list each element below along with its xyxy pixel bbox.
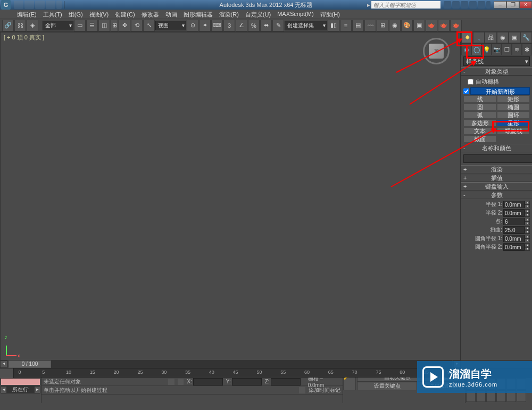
object-name-input[interactable] (463, 154, 532, 163)
sub-systems[interactable]: ✱ (522, 44, 532, 55)
ic-btn[interactable] (452, 1, 460, 9)
menu-grapheditor[interactable]: 图形编辑器 (180, 10, 216, 19)
ic-btn[interactable] (469, 1, 477, 9)
coord-x[interactable] (193, 378, 223, 386)
rollout-params[interactable]: -参数 (461, 191, 532, 199)
mirror-icon[interactable]: ▮▯ (328, 20, 339, 31)
btn-rect[interactable]: 矩形 (497, 95, 530, 103)
render-icon[interactable]: 🫖 (426, 20, 437, 31)
btn-ellipse[interactable]: 椭圆 (497, 103, 530, 111)
layers-icon[interactable]: ▤ (352, 20, 364, 31)
script-listener[interactable] (1, 378, 40, 386)
menu-help[interactable]: 帮助(H) (317, 10, 343, 19)
spinner-snap-icon[interactable]: ⬌ (260, 20, 272, 31)
window-crossing-icon[interactable]: ⊞ (111, 20, 118, 31)
rotate-icon[interactable]: ⟲ (131, 20, 143, 31)
sub-lights[interactable]: 💡 (481, 44, 492, 55)
menu-edit[interactable]: 编辑(E) (14, 10, 40, 19)
menu-anim[interactable]: 动画 (162, 10, 180, 19)
ic-btn[interactable] (461, 1, 468, 9)
sub-space[interactable]: ≋ (512, 44, 522, 55)
qat-btn[interactable] (35, 1, 45, 9)
render-setup-icon[interactable]: 🎨 (401, 20, 413, 31)
render-prod-icon[interactable]: 🫖 (438, 20, 450, 31)
app-logo[interactable]: G (1, 0, 11, 10)
fillet1-input[interactable] (503, 235, 525, 242)
btn-star[interactable]: 星形 (497, 119, 530, 127)
radius1-input[interactable] (503, 201, 525, 208)
qat-btn[interactable] (46, 1, 55, 9)
rollout-kbd[interactable]: +键盘输入 (461, 182, 532, 191)
btn-section[interactable]: 截面 (463, 135, 496, 143)
sub-cameras[interactable]: 📷 (492, 44, 502, 55)
btn-helix[interactable]: 螺旋线 (497, 127, 530, 135)
category-dropdown[interactable]: 样条线 (463, 56, 530, 66)
rollout-object-type[interactable]: -对象类型 (461, 67, 532, 76)
render-frame-icon[interactable]: ▣ (413, 20, 425, 31)
select-icon[interactable]: ▭ (74, 20, 86, 31)
ic-btn[interactable] (478, 1, 485, 9)
ts-track[interactable]: 0 / 100 (9, 360, 452, 368)
menu-modifiers[interactable]: 修改器 (138, 10, 162, 19)
tab-hierarchy[interactable]: 品 (485, 32, 496, 43)
asnap-icon[interactable]: ∠ (236, 20, 247, 31)
ic-btn[interactable] (444, 1, 451, 9)
manip-icon[interactable]: ✦ (199, 20, 211, 31)
sub-geometry[interactable]: ◉ (461, 44, 471, 55)
ts-thumb[interactable]: 0 / 100 (9, 360, 51, 368)
menu-create[interactable]: 创建(C) (112, 10, 138, 19)
minimize-button[interactable]: – (494, 1, 506, 9)
bind-icon[interactable]: ◈ (27, 20, 38, 31)
menu-render[interactable]: 渲染(R) (216, 10, 242, 19)
ts-prev[interactable]: ◂ (0, 360, 7, 368)
menu-customize[interactable]: 自定义(U) (242, 10, 274, 19)
abs-icon[interactable] (178, 379, 184, 385)
menu-maxscript[interactable]: MAXScript(M) (274, 10, 317, 19)
link-icon[interactable]: 🔗 (2, 20, 14, 31)
lock-icon[interactable] (168, 379, 174, 385)
pivot-icon[interactable]: ⊙ (187, 20, 198, 31)
move-icon[interactable]: ✥ (119, 20, 130, 31)
qat-btn[interactable] (24, 1, 34, 9)
close-button[interactable]: × (519, 1, 532, 9)
tab-utilities[interactable]: 🔧 (520, 32, 532, 43)
align-icon[interactable]: ≡ (340, 20, 352, 31)
tab-modify[interactable]: ◟ (473, 32, 485, 43)
qat-btn[interactable] (56, 1, 62, 9)
tab-create[interactable]: ✸ (461, 32, 473, 43)
qat-btn[interactable] (14, 1, 23, 9)
selection-filter[interactable]: 全部 (43, 21, 73, 30)
maximize-button[interactable]: ❐ (506, 1, 519, 9)
startnew-checkbox[interactable] (463, 88, 469, 94)
snap-icon[interactable]: 3 (223, 20, 235, 31)
curve-icon[interactable]: 〰 (364, 20, 376, 31)
radius2-input[interactable] (503, 209, 525, 217)
btn-text[interactable]: 文本 (463, 127, 496, 135)
unlink-icon[interactable]: ⛓ (14, 20, 26, 31)
btn-line[interactable]: 线 (463, 95, 496, 103)
rollout-interp[interactable]: +插值 (461, 174, 532, 182)
tab-display[interactable]: ▣ (509, 32, 520, 43)
coord-y[interactable] (232, 378, 262, 386)
menu-tools[interactable]: 工具(T) (40, 10, 65, 19)
material-icon[interactable]: ◉ (389, 20, 401, 31)
points-input[interactable] (503, 218, 525, 225)
start-new-shape-button[interactable]: 开始新图形 (470, 87, 530, 95)
add-time-tag[interactable]: 添加时间标记 (309, 387, 340, 394)
menu-view[interactable]: 视图(V) (86, 10, 112, 19)
psnap-icon[interactable]: % (248, 20, 260, 31)
help-search[interactable]: ▸ (367, 1, 440, 9)
viewport[interactable]: [ + 0 顶 0 真实 ] 顶 zx (0, 32, 461, 362)
tab-motion[interactable]: ◉ (497, 32, 509, 43)
fillet2-input[interactable] (503, 243, 525, 251)
ref-coord[interactable]: 视图 (155, 21, 186, 30)
render-iter-icon[interactable]: 🫖 (450, 20, 462, 31)
rollout-name-color[interactable]: -名称和颜色 (461, 144, 532, 152)
sub-shapes[interactable]: ◯ (471, 44, 481, 55)
menu-group[interactable]: 组(G) (65, 10, 86, 19)
coord-z[interactable] (271, 378, 301, 386)
twist-input[interactable] (503, 226, 525, 234)
viewcube-face[interactable]: 顶 (429, 44, 444, 59)
select-region-icon[interactable]: ◫ (98, 20, 110, 31)
ruler-config-icon[interactable] (0, 368, 14, 378)
